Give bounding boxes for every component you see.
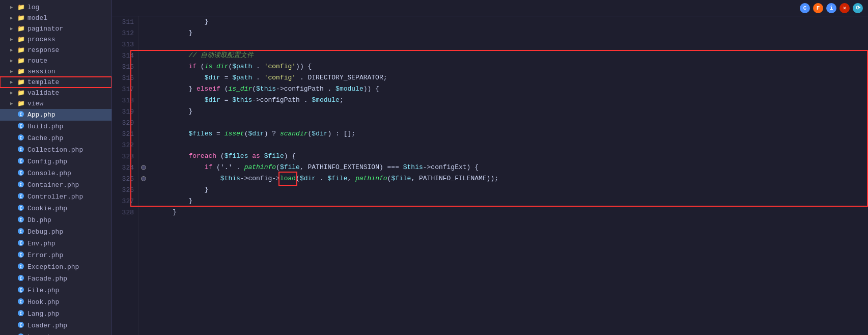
- tree-item-label: Cache.php: [27, 134, 63, 142]
- file-icon: C: [17, 146, 25, 154]
- gutter-row: [138, 39, 149, 50]
- svg-text:C: C: [20, 183, 22, 187]
- sidebar-file-Envphp[interactable]: CEnv.php: [0, 238, 111, 249]
- tree-item-label: Container.php: [27, 181, 79, 189]
- sidebar-file-Containerphp[interactable]: CContainer.php: [0, 179, 111, 191]
- sidebar-folder-validate[interactable]: ▶📁validate: [0, 88, 111, 98]
- sidebar-file-Dbphp[interactable]: CDb.php: [0, 214, 111, 226]
- folder-icon: 📁: [17, 46, 25, 54]
- svg-text:C: C: [20, 136, 22, 141]
- sidebar-file-Appphp[interactable]: CApp.php: [0, 109, 111, 121]
- sidebar-folder-route[interactable]: ▶📁route: [0, 55, 111, 66]
- firefox-icon[interactable]: F: [813, 3, 823, 13]
- code-line: $dir = $this->configPath . $module;: [157, 95, 858, 106]
- code-line: [157, 139, 858, 151]
- svg-text:C: C: [20, 194, 22, 199]
- highlighted-token: load: [280, 173, 296, 184]
- info-icon[interactable]: i: [826, 3, 836, 13]
- gutter-row: [138, 16, 149, 27]
- sidebar-folder-paginator[interactable]: ▶📁paginator: [0, 23, 111, 34]
- svg-text:C: C: [20, 230, 22, 234]
- svg-text:C: C: [20, 276, 22, 281]
- gutter-row: [138, 162, 149, 173]
- gutter-row: [138, 151, 149, 162]
- folder-icon: 📁: [17, 57, 25, 65]
- svg-text:C: C: [20, 253, 22, 258]
- sidebar-file-Cookiephp[interactable]: CCookie.php: [0, 203, 111, 214]
- code-line: [157, 39, 858, 50]
- tree-arrow-icon: ▶: [10, 79, 17, 85]
- sidebar-file-Cachephp[interactable]: CCache.php: [0, 132, 111, 144]
- svg-text:C: C: [20, 265, 22, 269]
- file-icon: C: [17, 310, 25, 318]
- line-number-row: 319: [112, 106, 138, 117]
- tree-arrow-icon: ▶: [10, 101, 17, 106]
- sidebar-folder-session[interactable]: ▶📁session: [0, 66, 111, 77]
- code-line: [157, 117, 858, 128]
- sidebar-file-Collectionphp[interactable]: CCollection.php: [0, 144, 111, 156]
- sidebar-file-Facadephp[interactable]: CFacade.php: [0, 273, 111, 285]
- tree-item-label: Collection.php: [27, 146, 83, 154]
- line-number-row: 323: [112, 151, 138, 162]
- gutter-row: [138, 72, 149, 83]
- tree-item-label: validate: [27, 89, 59, 97]
- tree-arrow-icon: ▶: [10, 15, 17, 21]
- sidebar-file-Configphp[interactable]: CConfig.php: [0, 156, 111, 168]
- breakpoint-marker: [141, 176, 146, 181]
- file-tree[interactable]: ▶📁log▶📁model▶📁paginator▶📁process▶📁respon…: [0, 0, 112, 335]
- file-icon: C: [17, 110, 25, 119]
- line-number-row: 328: [112, 207, 138, 218]
- line-number-row: 325: [112, 173, 138, 184]
- tree-item-label: response: [27, 46, 59, 54]
- sidebar-file-Logphp[interactable]: CLog.php: [0, 331, 111, 335]
- tree-item-label: model: [27, 14, 47, 22]
- gutter-row: [138, 117, 149, 128]
- tree-item-label: Controller.php: [27, 193, 83, 201]
- sidebar-folder-template[interactable]: ▶📁template: [0, 77, 111, 88]
- file-icon: C: [17, 169, 25, 178]
- svg-text:C: C: [20, 323, 22, 328]
- sidebar-file-Buildphp[interactable]: CBuild.php: [0, 121, 111, 132]
- tree-arrow-icon: ▶: [10, 37, 17, 42]
- gutter-row: [138, 61, 149, 72]
- gutter: [138, 16, 149, 335]
- line-number-row: 327: [112, 196, 138, 207]
- tree-item-label: process: [27, 36, 55, 43]
- file-icon: C: [17, 321, 25, 330]
- code-lines: } } // 自动读取配置文件 if (is_dir($path . 'conf…: [149, 16, 868, 218]
- sidebar-file-Langphp[interactable]: CLang.php: [0, 308, 111, 320]
- code-line: $this->config->load($dir . $file, pathin…: [157, 173, 858, 184]
- tree-item-label: Error.php: [27, 252, 63, 259]
- svg-text:C: C: [20, 312, 22, 316]
- link-icon[interactable]: ⟳: [853, 3, 863, 13]
- svg-text:C: C: [20, 113, 22, 117]
- sidebar-folder-model[interactable]: ▶📁model: [0, 13, 111, 23]
- sidebar-file-Filephp[interactable]: CFile.php: [0, 285, 111, 296]
- line-number-row: 321: [112, 128, 138, 139]
- sidebar-file-Loaderphp[interactable]: CLoader.php: [0, 320, 111, 331]
- gutter-row: [138, 196, 149, 207]
- stop-icon[interactable]: ✕: [839, 3, 850, 13]
- tree-item-label: App.php: [27, 111, 55, 119]
- tree-item-label: template: [27, 78, 59, 86]
- sidebar-file-Debugphp[interactable]: CDebug.php: [0, 226, 111, 238]
- tree-item-label: File.php: [27, 287, 59, 294]
- sidebar-file-Hookphp[interactable]: CHook.php: [0, 296, 111, 308]
- sidebar-folder-view[interactable]: ▶📁view: [0, 98, 111, 109]
- line-number-row: 318: [112, 95, 138, 106]
- breakpoint-marker: [141, 165, 146, 170]
- sidebar-folder-process[interactable]: ▶📁process: [0, 34, 111, 45]
- sidebar-folder-response[interactable]: ▶📁response: [0, 45, 111, 55]
- sidebar-folder-log[interactable]: ▶📁log: [0, 2, 111, 13]
- chrome-icon[interactable]: C: [800, 3, 810, 13]
- sidebar-file-Consolephp[interactable]: CConsole.php: [0, 168, 111, 179]
- tree-item-label: paginator: [27, 25, 63, 33]
- code-line: if ('.' . pathinfo($file, PATHINFO_EXTEN…: [157, 162, 858, 173]
- code-container[interactable]: 3113123133143153163173183193203213223233…: [112, 16, 868, 335]
- sidebar-file-Exceptionphp[interactable]: CException.php: [0, 261, 111, 273]
- sidebar-file-Controllerphp[interactable]: CController.php: [0, 191, 111, 203]
- gutter-row: [138, 128, 149, 139]
- sidebar-file-Errorphp[interactable]: CError.php: [0, 249, 111, 261]
- code-line: }: [157, 207, 858, 218]
- top-bar: CFi✕⟳: [112, 0, 868, 16]
